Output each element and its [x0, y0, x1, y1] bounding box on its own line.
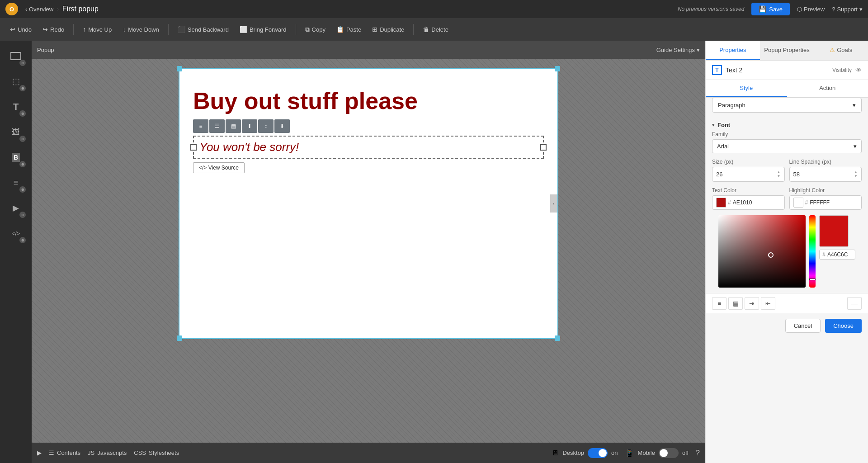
tool-rectangle[interactable]: ⊕ — [4, 44, 28, 68]
resize-handle-bl[interactable] — [177, 335, 182, 341]
color-gradient[interactable] — [718, 215, 806, 288]
align-left-button[interactable]: ≡ — [193, 119, 208, 133]
tab-goals[interactable]: ⚠ Goals — [814, 41, 868, 60]
collapse-panel-button[interactable]: ‹ — [550, 194, 557, 213]
dash-button[interactable]: — — [847, 297, 862, 310]
breadcrumb-separator: › — [57, 6, 59, 12]
mobile-off-label: off — [682, 449, 689, 456]
overview-link[interactable]: ‹ Overview — [25, 6, 53, 13]
valign-bottom-button[interactable]: ⬇ — [274, 119, 290, 133]
rectangle-icon — [10, 52, 21, 60]
hex-value-input[interactable] — [827, 251, 852, 258]
redo-button[interactable]: ↪ Redo — [38, 23, 69, 36]
css-icon: CSS — [134, 449, 146, 456]
page-title: First popup — [62, 5, 99, 13]
guide-settings-button[interactable]: Guide Settings ▾ — [656, 47, 700, 53]
family-select[interactable]: Arial ▾ — [712, 139, 862, 153]
move-down-icon: ↓ — [123, 26, 126, 33]
resize-handle-right[interactable] — [540, 144, 547, 151]
choose-button[interactable]: Choose — [825, 319, 862, 333]
support-button[interactable]: ? Support ▾ — [832, 6, 863, 13]
text-color-input-row[interactable]: # AE1010 — [712, 195, 785, 210]
picker-actions: Cancel Choose — [706, 319, 868, 339]
align-list2-button[interactable]: ▤ — [728, 297, 743, 310]
size-up-arrow[interactable]: ▲ — [777, 170, 781, 174]
element-name: Text 2 — [726, 66, 829, 74]
tool-code[interactable]: </> ⊕ — [4, 222, 28, 245]
visibility-eye-icon[interactable]: 👁 — [855, 66, 862, 74]
valign-middle-button[interactable]: ↕ — [258, 119, 274, 133]
text-color-swatch[interactable] — [716, 198, 726, 208]
align-right-icon: ▤ — [231, 123, 236, 129]
help-icon[interactable]: ? — [696, 449, 700, 457]
popup-canvas[interactable]: Buy out stuff please ≡ ☰ — [179, 68, 558, 339]
move-down-button[interactable]: ↓ Move Down — [118, 23, 164, 36]
highlight-color-input-row[interactable]: # FFFFFF — [789, 195, 862, 210]
resize-handle-tr[interactable] — [555, 66, 560, 71]
resize-handle-tl[interactable] — [177, 66, 182, 71]
align-list-button[interactable]: ≡ — [712, 297, 726, 310]
panel-content: Paragraph ▾ ▾ Font Family Arial ▾ — [706, 98, 868, 463]
tab-properties[interactable]: Properties — [706, 41, 760, 60]
cancel-button[interactable]: Cancel — [785, 319, 821, 333]
view-source-button[interactable]: </> View Source — [193, 162, 245, 173]
bring-forward-icon: ⬜ — [240, 26, 247, 33]
tab-popup-properties[interactable]: Popup Properties — [760, 41, 814, 60]
highlight-color-swatch[interactable] — [793, 198, 803, 208]
align-right-button[interactable]: ▤ — [226, 119, 241, 133]
color-gradient-cursor — [768, 252, 774, 258]
javascripts-button[interactable]: JS Javascripts — [88, 449, 127, 456]
valign-top-button[interactable]: ⬆ — [242, 119, 257, 133]
size-input[interactable]: ▲ ▼ — [712, 167, 785, 182]
resize-handle-br[interactable] — [555, 335, 560, 341]
selected-text[interactable]: You won't be sorry! — [199, 140, 299, 154]
tool-selection[interactable]: ⬚ ⊕ — [4, 70, 28, 93]
send-backward-button[interactable]: ⬛ Send Backward — [173, 23, 233, 36]
font-section-header[interactable]: ▾ Font — [706, 117, 868, 131]
resize-handle-left[interactable] — [190, 144, 197, 151]
text-selected-box[interactable]: You won't be sorry! — [193, 136, 544, 159]
style-action-tabs: Style Action — [706, 80, 868, 98]
preview-button[interactable]: ⬡ Preview — [797, 6, 825, 13]
delete-button[interactable]: 🗑 Delete — [418, 23, 453, 36]
main-heading[interactable]: Buy out stuff please — [193, 87, 544, 115]
text-block-1[interactable]: Buy out stuff please — [193, 87, 544, 115]
tool-list[interactable]: ≡ ⊕ — [4, 171, 28, 194]
line-spacing-value-input[interactable] — [793, 171, 832, 178]
paste-button[interactable]: 📋 Paste — [332, 23, 366, 36]
undo-button[interactable]: ↩ Undo — [5, 23, 36, 36]
paragraph-dropdown[interactable]: Paragraph ▾ — [712, 98, 862, 113]
color-hue-slider[interactable] — [809, 215, 816, 288]
tool-video[interactable]: ▶ ⊕ — [4, 196, 28, 220]
tool-text[interactable]: T ⊕ — [4, 95, 28, 118]
save-button[interactable]: 💾 Save — [751, 3, 790, 15]
bring-forward-button[interactable]: ⬜ Bring Forward — [235, 23, 291, 36]
move-up-button[interactable]: ↑ Move Up — [78, 23, 116, 36]
copy-button[interactable]: ⧉ Copy — [301, 23, 330, 36]
text2-container[interactable]: ≡ ☰ ▤ ⬆ — [193, 119, 544, 173]
line-spacing-input[interactable]: ▲ ▼ — [789, 167, 862, 182]
tool-button[interactable]: B ⊕ — [4, 146, 28, 169]
size-value-input[interactable] — [716, 171, 755, 178]
stylesheets-button[interactable]: CSS Stylesheets — [134, 449, 179, 456]
font-section-title: Font — [717, 122, 730, 128]
size-spacing-row: Size (px) ▲ ▼ Line Spacing (px) — [712, 159, 862, 182]
line-spacing-up-arrow[interactable]: ▲ — [854, 170, 858, 174]
mobile-toggle[interactable] — [659, 448, 679, 458]
play-button[interactable]: ▶ — [37, 449, 42, 456]
contents-button[interactable]: ☰ Contents — [49, 449, 80, 456]
tab-style[interactable]: Style — [706, 80, 787, 97]
desktop-label: Desktop — [562, 449, 584, 456]
line-spacing-down-arrow[interactable]: ▼ — [854, 175, 858, 178]
tool-image[interactable]: 🖼 ⊕ — [4, 120, 28, 144]
align-center-button[interactable]: ☰ — [209, 119, 225, 133]
tab-action[interactable]: Action — [787, 80, 868, 97]
canvas-scroll[interactable]: Buy out stuff please ≡ ☰ — [32, 59, 705, 443]
highlight-color-hash: # — [805, 199, 808, 206]
align-right2-button[interactable]: ⇤ — [761, 297, 775, 310]
desktop-toggle[interactable] — [588, 448, 608, 458]
color-hex-input[interactable]: # — [819, 250, 855, 260]
duplicate-button[interactable]: ⊞ Duplicate — [368, 23, 409, 36]
size-down-arrow[interactable]: ▼ — [777, 175, 781, 178]
align-indent-button[interactable]: ⇥ — [745, 297, 759, 310]
